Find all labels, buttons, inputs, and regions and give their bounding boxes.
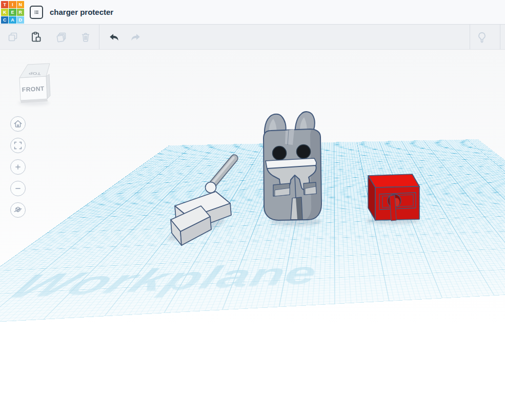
lightbulb-icon xyxy=(475,30,489,44)
copy-icon xyxy=(7,31,19,43)
logo-cell: R xyxy=(17,9,24,16)
logo-cell: N xyxy=(17,1,24,8)
copy-button[interactable] xyxy=(3,27,23,47)
toolbar-divider xyxy=(470,25,470,49)
view-cube[interactable]: TOP FRONT xyxy=(13,59,54,108)
undo-icon xyxy=(108,31,120,43)
logo-cell: D xyxy=(17,16,24,24)
design-menu-button[interactable] xyxy=(30,6,43,19)
logo-cell: K xyxy=(1,9,8,16)
tinkercad-logo[interactable]: T I N K E R C A D xyxy=(1,1,24,24)
minus-icon xyxy=(12,183,24,194)
workplane-label: Workplane xyxy=(0,258,317,304)
duplicate-button[interactable] xyxy=(51,27,72,47)
tips-button[interactable] xyxy=(472,27,492,47)
redo-icon xyxy=(130,31,142,43)
zoom-out-button[interactable] xyxy=(10,181,26,196)
home-icon xyxy=(12,118,24,130)
toolbar xyxy=(0,25,505,50)
logo-cell: A xyxy=(9,16,16,24)
toolbar-divider xyxy=(99,25,99,49)
logo-cell: E xyxy=(9,9,16,16)
top-bar: T I N K E R C A D charger protecter xyxy=(0,0,505,25)
view-cube-front-label: FRONT xyxy=(22,85,45,93)
logo-cell: C xyxy=(1,16,8,24)
design-title[interactable]: charger protecter xyxy=(50,8,113,16)
list-icon xyxy=(34,8,39,16)
logo-cell: T xyxy=(1,1,8,8)
comments-button[interactable] xyxy=(502,27,505,47)
view-cube-top-label: TOP xyxy=(28,71,41,76)
redo-button[interactable] xyxy=(126,27,146,47)
logo-cell: I xyxy=(9,1,16,8)
trash-icon xyxy=(79,31,92,43)
duplicate-icon xyxy=(55,31,68,43)
plus-icon xyxy=(12,161,24,173)
delete-button[interactable] xyxy=(75,27,96,47)
zoom-in-button[interactable] xyxy=(10,159,26,175)
tinkercad-editor: Workplane xyxy=(0,0,505,420)
home-view-button[interactable] xyxy=(10,116,26,132)
fit-view-icon xyxy=(12,140,24,151)
paste-button[interactable] xyxy=(26,27,46,47)
view-nav xyxy=(10,116,26,218)
paste-icon xyxy=(30,31,42,43)
switch-projection-button[interactable] xyxy=(10,202,26,218)
undo-button[interactable] xyxy=(104,27,124,47)
projection-cube-icon xyxy=(12,204,24,216)
fit-view-button[interactable] xyxy=(10,138,26,153)
toolbar-divider xyxy=(500,25,500,49)
